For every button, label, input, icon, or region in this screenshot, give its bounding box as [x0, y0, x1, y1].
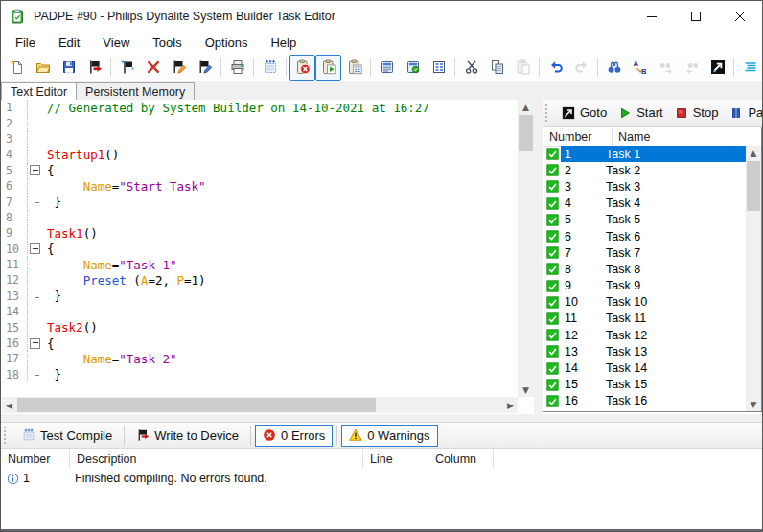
fold-marker[interactable] — [27, 351, 42, 366]
write-to-device-button[interactable]: Write to Device — [128, 425, 246, 447]
fold-marker[interactable] — [27, 335, 42, 351]
scroll-right-arrow[interactable]: ▶ — [503, 397, 518, 413]
task-row[interactable]: 1Task 1 — [543, 146, 746, 162]
task-row[interactable]: 3Task 3 — [543, 178, 746, 195]
task-checkbox-checked-icon[interactable] — [546, 263, 559, 275]
tab-text-editor[interactable]: Text Editor — [1, 82, 77, 100]
task-checkbox-checked-icon[interactable] — [546, 197, 559, 210]
task-checkbox-checked-icon[interactable] — [546, 280, 559, 292]
fold-marker[interactable] — [27, 178, 42, 194]
task-row[interactable]: 9Task 9 — [543, 278, 746, 294]
pause-button[interactable]: Pause — [724, 103, 763, 123]
load-from-device-button[interactable] — [81, 55, 107, 81]
menu-help[interactable]: Help — [259, 33, 308, 53]
menu-view[interactable]: View — [91, 33, 141, 53]
save-file-button[interactable] — [56, 55, 81, 81]
warnings-button[interactable]: 0 Warnings — [341, 425, 437, 447]
task-scroll-thumb[interactable] — [747, 161, 760, 211]
scroll-up-arrow[interactable]: ▲ — [518, 100, 534, 114]
scroll-down-arrow[interactable]: ▼ — [746, 397, 761, 411]
code-line[interactable]: 6 Name="Start Task" — [2, 178, 534, 194]
code-line[interactable]: 1// Generated by System Builder on 14-10… — [2, 100, 534, 115]
task-row[interactable]: 7Task 7 — [543, 244, 746, 261]
menu-options[interactable]: Options — [194, 33, 260, 53]
fold-marker[interactable] — [27, 367, 42, 382]
code-line[interactable]: 7 } — [2, 194, 534, 209]
task-row[interactable]: 15Task 15 — [543, 377, 746, 393]
code-line[interactable]: 2 — [2, 115, 534, 130]
open-file-button[interactable] — [30, 55, 56, 81]
maximize-button[interactable] — [674, 1, 718, 31]
task-row[interactable]: 13Task 13 — [543, 343, 746, 359]
fold-marker[interactable] — [27, 272, 42, 288]
editor-vscrollbar[interactable]: ▲ ▼ — [518, 100, 534, 397]
task-checkbox-checked-icon[interactable] — [546, 246, 559, 259]
compile-button[interactable] — [257, 55, 283, 81]
task-checkbox-checked-icon[interactable] — [546, 395, 559, 407]
fold-marker[interactable] — [27, 289, 42, 304]
stop-tasks-button[interactable] — [289, 55, 315, 81]
column-header-number[interactable]: Number — [543, 127, 613, 146]
toolbar-gripper[interactable] — [4, 427, 11, 444]
editor-hscrollbar[interactable]: ◀ ▶ — [2, 397, 518, 413]
edit-task-button[interactable] — [166, 55, 192, 81]
code-line[interactable]: 10{ — [2, 242, 534, 257]
code-line[interactable]: 4Startup1() — [2, 147, 534, 162]
delete-button[interactable] — [140, 55, 166, 81]
stop-button[interactable]: Stop — [669, 103, 725, 123]
code-line[interactable]: 13 } — [2, 289, 534, 304]
toolbar-gripper[interactable] — [545, 104, 552, 122]
test-compile-button[interactable]: Test Compile — [14, 425, 120, 447]
tab-persistent-memory[interactable]: Persistent Memory — [76, 82, 195, 100]
code-line[interactable]: 9Task1() — [2, 225, 534, 241]
indent-guides-button[interactable] — [737, 55, 763, 81]
errors-button[interactable]: 0 Errors — [255, 425, 333, 447]
task-checkbox-checked-icon[interactable] — [546, 379, 559, 391]
output-column-line[interactable]: Line — [363, 449, 428, 469]
task-checkbox-checked-icon[interactable] — [546, 312, 559, 325]
task-row[interactable]: 14Task 14 — [543, 359, 746, 376]
task-checkbox-checked-icon[interactable] — [546, 230, 559, 243]
menu-file[interactable]: File — [4, 33, 47, 53]
copy-button[interactable] — [484, 55, 510, 81]
fold-marker[interactable] — [27, 163, 42, 178]
task-checkbox-checked-icon[interactable] — [546, 362, 559, 375]
task-row[interactable]: 2Task 2 — [543, 162, 746, 178]
device-code-button[interactable] — [374, 55, 400, 81]
task-checkbox-checked-icon[interactable] — [546, 164, 559, 176]
code-line[interactable]: 3 — [2, 131, 534, 147]
task-row[interactable]: 4Task 4 — [543, 196, 746, 212]
close-button[interactable] — [718, 1, 762, 31]
edit-task-alt-button[interactable] — [192, 55, 218, 81]
hscroll-thumb[interactable] — [17, 398, 376, 412]
output-column-column[interactable]: Column — [428, 449, 494, 469]
title-bar[interactable]: PADPE #90 - Philips Dynalite System Buil… — [1, 1, 762, 31]
code-line[interactable]: 14 — [2, 304, 534, 319]
new-file-button[interactable] — [4, 55, 30, 81]
code-line[interactable]: 5{ — [2, 163, 534, 178]
undo-button[interactable] — [543, 55, 568, 81]
task-row[interactable]: 12Task 12 — [543, 327, 746, 343]
task-checkbox-checked-icon[interactable] — [546, 345, 559, 358]
task-list-scrollbar[interactable]: ▲ ▼ — [746, 146, 761, 411]
code-line[interactable]: 12 Preset (A=2, P=1) — [2, 272, 534, 288]
code-line[interactable]: 18 } — [2, 367, 534, 382]
fold-marker[interactable] — [27, 242, 42, 257]
task-row[interactable]: 10Task 10 — [543, 294, 746, 311]
task-checkbox-checked-icon[interactable] — [546, 214, 559, 226]
code-line[interactable]: 17 Name="Task 2" — [2, 351, 534, 366]
task-row[interactable]: 5Task 5 — [543, 212, 746, 228]
menu-tools[interactable]: Tools — [141, 33, 193, 53]
task-checkbox-checked-icon[interactable] — [546, 296, 559, 309]
task-row[interactable]: 11Task 11 — [543, 311, 746, 327]
cut-button[interactable] — [458, 55, 484, 81]
fold-marker[interactable] — [27, 257, 42, 272]
task-checkbox-checked-icon[interactable] — [546, 180, 559, 193]
code-line[interactable]: 16{ — [2, 335, 534, 351]
task-checkbox-checked-icon[interactable] — [546, 148, 559, 160]
code-editor[interactable]: 1// Generated by System Builder on 14-10… — [2, 100, 534, 414]
scroll-up-arrow[interactable]: ▲ — [746, 146, 761, 160]
replace-button[interactable] — [627, 55, 653, 81]
minimize-button[interactable] — [630, 1, 674, 31]
panel-splitter[interactable] — [534, 100, 543, 414]
